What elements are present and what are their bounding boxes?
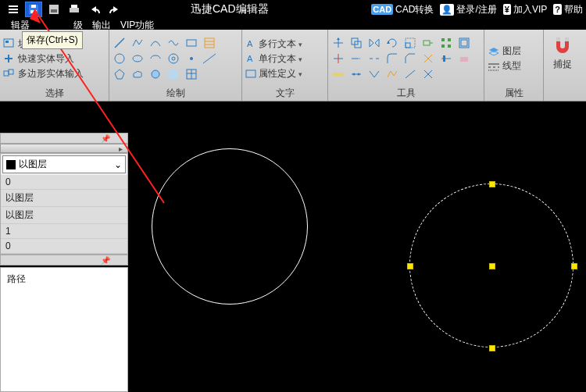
singleline-text-button[interactable]: A单行文本 — [245, 52, 324, 66]
grip-center[interactable] — [489, 263, 495, 269]
svg-marker-36 — [337, 37, 340, 40]
line-icon[interactable] — [113, 36, 127, 50]
edit-pline-icon[interactable] — [385, 67, 399, 81]
svg-rect-2 — [9, 12, 18, 13]
layer-icon — [488, 46, 500, 57]
explode-icon[interactable] — [421, 52, 435, 66]
attribute-def-button[interactable]: 属性定义 — [245, 66, 324, 81]
snap-button[interactable]: 捕捉 — [547, 31, 578, 74]
arc-icon[interactable] — [148, 36, 163, 50]
svg-rect-48 — [441, 45, 445, 48]
measure-icon[interactable] — [331, 67, 345, 81]
polygon-tool-icon[interactable] — [113, 67, 127, 81]
menu-icon[interactable] — [5, 2, 22, 17]
ellipse-arc-icon[interactable] — [148, 52, 163, 66]
grip-left[interactable] — [407, 263, 413, 269]
svg-line-65 — [370, 71, 374, 77]
drawing-canvas[interactable] — [128, 102, 586, 392]
list-item[interactable]: 1 — [1, 224, 127, 239]
svg-point-22 — [133, 55, 142, 62]
fillet-icon[interactable] — [385, 52, 399, 66]
array-icon[interactable] — [439, 36, 453, 50]
grip-right[interactable] — [571, 263, 577, 269]
grip-top[interactable] — [489, 181, 495, 187]
svg-rect-0 — [9, 5, 18, 7]
list-item[interactable]: 0 — [1, 239, 127, 254]
point-icon[interactable] — [184, 52, 198, 66]
save-button[interactable] — [25, 2, 42, 17]
ribbon-group-text: A多行文本 A单行文本 属性定义 文字 — [242, 30, 328, 101]
selected-circle-entity[interactable] — [409, 184, 573, 347]
svg-rect-7 — [51, 9, 57, 12]
table-icon[interactable] — [184, 67, 198, 81]
donut-icon[interactable] — [166, 52, 180, 66]
divide-icon[interactable] — [349, 67, 363, 81]
pane-handle[interactable] — [0, 144, 128, 153]
ellipse-icon[interactable] — [130, 52, 145, 66]
region-icon[interactable] — [166, 67, 180, 81]
panel-pin-1[interactable] — [0, 133, 128, 144]
break-icon[interactable] — [367, 52, 381, 66]
offset-icon[interactable] — [457, 36, 471, 50]
panel-pin-2[interactable] — [0, 255, 128, 265]
layer-select[interactable]: 以图层 ⌄ — [2, 155, 126, 173]
circle-icon[interactable] — [113, 52, 127, 66]
ring-icon[interactable] — [148, 67, 163, 81]
ribbon-group-snap: 捕捉 — [544, 30, 581, 101]
list-item[interactable]: 以图层 — [1, 207, 127, 224]
join-icon[interactable] — [367, 67, 381, 81]
quick-import-button[interactable]: 快速实体导入 — [3, 52, 105, 66]
lengthen-icon[interactable] — [403, 67, 417, 81]
group-label-draw: 绘制 — [113, 86, 238, 101]
svg-rect-17 — [187, 40, 196, 46]
stretch-icon[interactable] — [421, 36, 435, 50]
rect-icon[interactable] — [184, 36, 198, 50]
circle-entity[interactable] — [152, 148, 308, 305]
extend-icon[interactable] — [349, 52, 363, 66]
svg-rect-42 — [406, 43, 410, 48]
login-button[interactable]: 👤登录/注册 — [437, 3, 499, 16]
list-item[interactable]: 0 — [1, 175, 127, 190]
copy-icon[interactable] — [349, 36, 363, 50]
svg-text:A: A — [247, 39, 253, 48]
erase-icon[interactable] — [457, 52, 471, 66]
spline-icon[interactable] — [166, 36, 180, 50]
polyline-icon[interactable] — [130, 36, 145, 50]
help-button[interactable]: ?帮助 — [550, 3, 586, 16]
svg-rect-11 — [5, 41, 9, 43]
svg-rect-59 — [443, 55, 445, 62]
scale-icon[interactable] — [403, 36, 417, 50]
redo-icon[interactable] — [106, 2, 123, 17]
print-icon[interactable] — [66, 2, 83, 17]
hatch-icon[interactable] — [202, 36, 216, 50]
attr-icon — [245, 68, 256, 79]
list-item[interactable]: 以图层 — [1, 190, 127, 207]
svg-rect-75 — [556, 37, 560, 41]
linetype-button[interactable]: 线型 — [488, 59, 540, 73]
multiline-text-button[interactable]: A多行文本 — [245, 37, 324, 52]
chamfer-icon[interactable] — [403, 52, 417, 66]
cad-convert-button[interactable]: CADCAD转换 — [368, 3, 437, 16]
mirror-icon[interactable] — [367, 36, 381, 50]
grip-bottom[interactable] — [489, 345, 495, 351]
align-icon[interactable] — [439, 52, 453, 66]
undo-icon[interactable] — [86, 2, 103, 17]
saveas-icon[interactable] — [45, 2, 63, 17]
svg-line-26 — [203, 54, 216, 63]
vip-button[interactable]: ¥加入VIP — [500, 3, 550, 16]
xline-icon[interactable] — [202, 52, 216, 66]
trim-icon[interactable] — [331, 52, 345, 66]
polygon-input-button[interactable]: 多边形实体输入 — [3, 66, 105, 81]
cloud-icon[interactable] — [130, 67, 145, 81]
mtext-icon: A — [245, 38, 256, 49]
ribbon-group-props: 图层 线型 属性 — [484, 30, 544, 101]
layer-button[interactable]: 图层 — [488, 44, 540, 59]
chevron-down-icon: ⌄ — [114, 159, 122, 170]
move-icon[interactable] — [331, 36, 345, 50]
x-icon[interactable] — [421, 67, 435, 81]
svg-marker-70 — [489, 48, 498, 52]
rotate-icon[interactable] — [385, 36, 399, 50]
yen-icon: ¥ — [503, 4, 511, 15]
properties-pane: 以图层 ⌄ 0 以图层 以图层 1 0 — [0, 144, 128, 255]
path-box[interactable]: 路径 — [0, 267, 128, 392]
